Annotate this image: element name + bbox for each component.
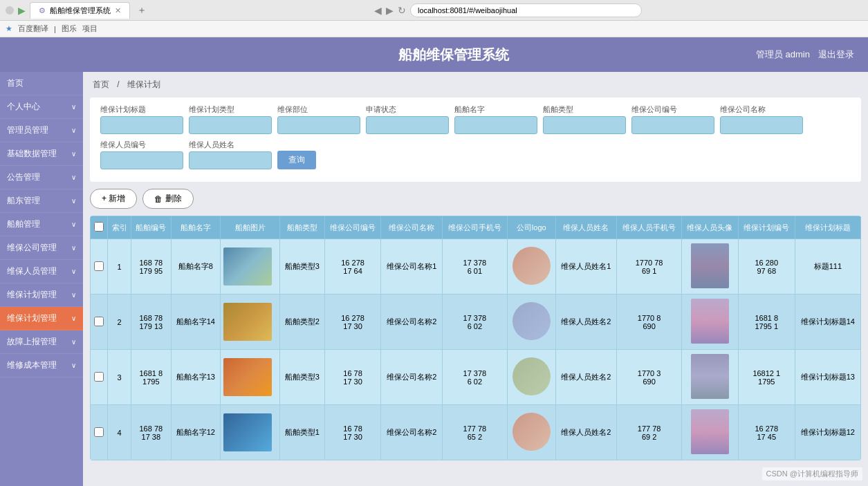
td-company-name: 维保公司名称2 [381, 295, 443, 350]
th-company-phone: 维保公司手机号 [442, 216, 507, 239]
td-checkbox[interactable] [91, 239, 108, 295]
delete-button[interactable]: 🗑 删除 [142, 189, 194, 209]
td-checkbox[interactable] [91, 295, 108, 350]
td-checkbox[interactable] [91, 350, 108, 405]
row-checkbox-3[interactable] [94, 427, 104, 437]
filter-item-person-no: 维保人员编号 [100, 140, 183, 169]
browser-toolbar: ★ 百度翻译 | 图乐 项目 [0, 21, 868, 37]
td-plan-title: 标题111 [795, 239, 860, 295]
sidebar: 首页 个人中心 ∨ 管理员管理 ∨ 基础数据管理 ∨ 公告管理 ∨ 船东管理 ∨ [0, 72, 83, 486]
sidebar-item-personal[interactable]: 个人中心 ∨ [0, 95, 83, 119]
td-person-name: 维保人员姓名1 [555, 239, 617, 295]
sidebar-item-announcement[interactable]: 公告管理 ∨ [0, 166, 83, 189]
logout-button[interactable]: 退出登录 [818, 48, 854, 61]
tab-close-icon[interactable]: ✕ [115, 6, 121, 15]
add-button[interactable]: + 新增 [90, 189, 137, 209]
row-checkbox-0[interactable] [94, 261, 104, 271]
filter-input-ship-name[interactable] [454, 116, 537, 134]
data-table: 索引 船舶编号 船舶名字 船舶图片 船舶类型 维保公司编号 维保公司名称 维保公… [90, 216, 861, 460]
td-plan-title: 维保计划标题14 [795, 295, 860, 350]
nav-back-icon[interactable]: ◀ [374, 5, 382, 16]
user-label: 管理员 admin [756, 48, 810, 61]
sidebar-item-ship-owner[interactable]: 船东管理 ∨ [0, 189, 83, 213]
bookmark-music[interactable]: 图乐 [62, 24, 77, 34]
breadcrumb: 首页 / 维保计划 [90, 79, 861, 91]
filter-input-status[interactable] [366, 116, 449, 134]
sidebar-item-maintenance-plan[interactable]: 维保计划管理 ∨ [0, 283, 83, 307]
watermark: CSDN @计算机编程指导师 [762, 467, 862, 480]
bookmark-icon: ★ [6, 24, 12, 33]
th-ship-no: 船舶编号 [131, 216, 171, 239]
td-index: 2 [108, 295, 131, 350]
filter-item-company-no: 维保公司编号 [631, 104, 714, 134]
breadcrumb-home[interactable]: 首页 [93, 80, 109, 89]
delete-icon: 🗑 [154, 194, 163, 204]
th-plan-title: 维保计划标题 [795, 216, 860, 239]
sidebar-item-fault-report[interactable]: 故障上报管理 ∨ [0, 330, 83, 354]
nav-forward-icon[interactable]: ▶ [386, 5, 394, 16]
td-person-phone: 177 78 69 2 [617, 405, 682, 460]
tab-title: 船舶维保管理系统 [50, 6, 111, 16]
td-checkbox[interactable] [91, 405, 108, 460]
arrow-icon: ∨ [71, 338, 76, 346]
filter-label-part: 维保部位 [277, 104, 360, 115]
filter-item-ship-name: 船舶名字 [454, 104, 537, 134]
filter-item-company-name: 维保公司名称 [720, 104, 803, 134]
row-checkbox-2[interactable] [94, 372, 104, 382]
th-checkbox [91, 216, 108, 239]
th-ship-img: 船舶图片 [220, 216, 279, 239]
sidebar-item-staff[interactable]: 管理员管理 ∨ [0, 119, 83, 142]
filter-input-ship-type[interactable] [543, 116, 626, 134]
row-checkbox-1[interactable] [94, 317, 104, 326]
filter-input-person-name[interactable] [189, 151, 272, 169]
td-company-no: 16 278 17 30 [324, 295, 381, 350]
td-company-no: 16 78 17 30 [324, 350, 381, 405]
sidebar-item-base-data[interactable]: 基础数据管理 ∨ [0, 142, 83, 166]
td-person-avatar [682, 405, 739, 460]
td-ship-name: 船舶名字14 [171, 295, 220, 350]
sidebar-item-maintenance-person[interactable]: 维保人员管理 ∨ [0, 260, 83, 283]
breadcrumb-separator: / [117, 80, 122, 89]
filter-section: 维保计划标题 维保计划类型 维保部位 申请状态 [90, 97, 861, 182]
td-company-name: 维保公司名称2 [381, 405, 443, 460]
sidebar-item-cost[interactable]: 维修成本管理 ∨ [0, 354, 83, 377]
td-company-no: 16 78 17 30 [324, 405, 381, 460]
table-row: 2 168 78 179 13 船舶名字14 船舶类型2 16 278 17 3… [91, 295, 861, 350]
search-button[interactable]: 查询 [277, 151, 316, 169]
filter-input-company-no[interactable] [631, 116, 714, 134]
select-all-checkbox[interactable] [94, 222, 104, 232]
td-index: 1 [108, 239, 131, 295]
td-logo [507, 405, 555, 460]
sidebar-item-ship[interactable]: 船舶管理 ∨ [0, 213, 83, 236]
filter-input-company-name[interactable] [720, 116, 803, 134]
td-person-avatar [682, 295, 739, 350]
th-person-phone: 维保人员手机号 [617, 216, 682, 239]
browser-tab[interactable]: ⚙ 船舶维保管理系统 ✕ [30, 2, 130, 19]
filter-label-person-no: 维保人员编号 [100, 140, 183, 150]
bookmark-project[interactable]: 项目 [82, 24, 98, 34]
td-plan-title: 维保计划标题12 [795, 405, 860, 460]
filter-input-type[interactable] [189, 116, 272, 134]
td-ship-type: 船舶类型3 [280, 350, 325, 405]
td-plan-no: 16 280 97 68 [738, 239, 795, 295]
td-company-phone: 17 378 6 02 [442, 295, 507, 350]
sidebar-item-maintenance-company[interactable]: 维保公司管理 ∨ [0, 236, 83, 260]
filter-input-title[interactable] [100, 116, 183, 134]
filter-item-person-name: 维保人员姓名 [189, 140, 272, 169]
td-ship-no: 168 78 17 38 [131, 405, 171, 460]
th-plan-no: 维保计划编号 [738, 216, 795, 239]
th-ship-name: 船舶名字 [171, 216, 220, 239]
filter-input-part[interactable] [277, 116, 360, 134]
address-bar[interactable]: localhost:8081/#/weibaojihual [410, 3, 642, 17]
refresh-icon[interactable]: ↻ [398, 5, 406, 16]
arrow-icon: ∨ [71, 315, 76, 322]
user-info: 管理员 admin 退出登录 [756, 48, 854, 61]
bookmark-baidu[interactable]: 百度翻译 [18, 24, 48, 34]
td-company-phone: 177 78 65 2 [442, 405, 507, 460]
td-ship-no: 1681 8 1795 [131, 350, 171, 405]
arrow-icon: ∨ [71, 197, 76, 205]
sidebar-item-maintenance-record[interactable]: 维保计划管理 ∨ [0, 307, 83, 330]
filter-input-person-no[interactable] [100, 151, 183, 169]
sidebar-item-home[interactable]: 首页 [0, 72, 83, 95]
new-tab-button[interactable]: ＋ [134, 4, 149, 17]
